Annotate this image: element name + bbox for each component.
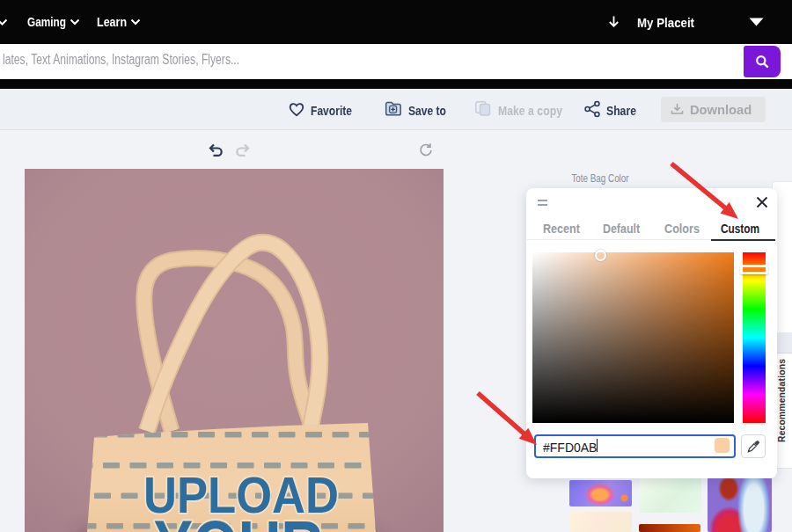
svg-text:YOUR: YOUR [154,506,324,532]
